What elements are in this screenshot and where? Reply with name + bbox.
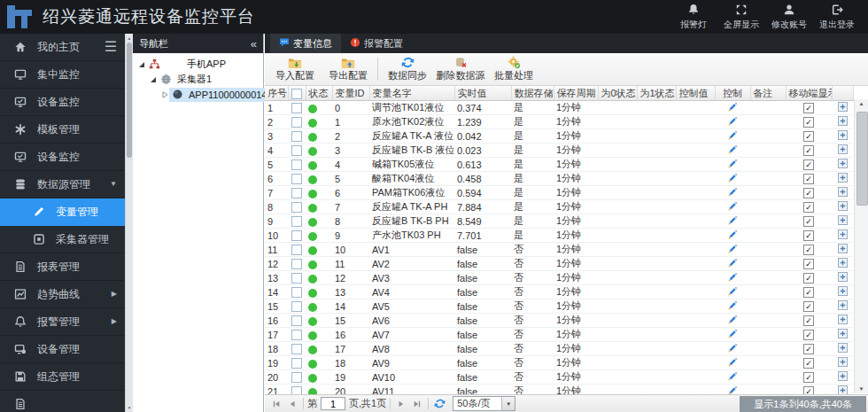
- row-checkbox[interactable]: [291, 188, 302, 198]
- column-header-12[interactable]: 备注: [750, 86, 786, 101]
- next-page-button[interactable]: [393, 397, 409, 411]
- edit-pencil-icon[interactable]: [727, 231, 738, 242]
- sidebar-item-device-mgmt[interactable]: 设备管理: [0, 336, 126, 363]
- row-checkbox[interactable]: [291, 344, 302, 354]
- toolbar-button-export-config[interactable]: 导出配置: [322, 54, 375, 84]
- table-row[interactable]: 1918AV9false否1分钟✓: [265, 356, 853, 370]
- row-checkbox[interactable]: [291, 287, 302, 298]
- row-checkbox[interactable]: [291, 358, 302, 369]
- detail-grid-icon[interactable]: [838, 103, 848, 113]
- mobile-display-checkbox[interactable]: ✓: [803, 273, 814, 284]
- mobile-display-checkbox[interactable]: ✓: [803, 259, 814, 269]
- mobile-display-checkbox[interactable]: ✓: [803, 216, 814, 227]
- column-header-9[interactable]: 为1状态: [637, 86, 676, 101]
- detail-grid-icon[interactable]: [838, 287, 848, 298]
- header-action-account[interactable]: 修改账号: [765, 4, 813, 31]
- last-page-button[interactable]: [409, 397, 425, 411]
- refresh-icon[interactable]: [431, 397, 447, 411]
- edit-pencil-icon[interactable]: [727, 359, 738, 369]
- table-row[interactable]: 1110AV1false否1分钟✓: [265, 243, 853, 257]
- row-checkbox[interactable]: [291, 386, 302, 394]
- detail-grid-icon[interactable]: [838, 188, 848, 198]
- sidebar-item-device-monitor[interactable]: 设备监控: [0, 89, 126, 116]
- edit-pencil-icon[interactable]: [727, 302, 738, 313]
- mobile-display-checkbox[interactable]: ✓: [803, 245, 814, 255]
- table-row[interactable]: 98反应罐B TK-B PH8.549是1分钟✓: [265, 214, 853, 229]
- toolbar-button-delete-source[interactable]: 删除数据源: [434, 54, 487, 84]
- mobile-display-checkbox[interactable]: ✓: [803, 315, 814, 326]
- table-row[interactable]: 43反应罐B TK-B 液位0.023是1分钟✓: [265, 144, 853, 158]
- column-header-8[interactable]: 为0状态: [598, 86, 637, 101]
- tree-node-phone-app[interactable]: 手机APP: [133, 57, 263, 72]
- column-header-10[interactable]: 控制值: [676, 86, 715, 101]
- page-number-input[interactable]: [321, 397, 345, 410]
- table-row[interactable]: 1413AV4false否1分钟✓: [265, 285, 853, 299]
- tab-alarm-config[interactable]: 报警配置: [341, 34, 412, 53]
- edit-pencil-icon[interactable]: [727, 288, 738, 299]
- table-row[interactable]: 109产水池TK03 PH7.701是1分钟✓: [265, 229, 853, 243]
- table-row[interactable]: 65酸箱TK04液位0.458是1分钟✓: [265, 172, 853, 186]
- sidebar-item-report-mgmt[interactable]: 报表管理: [0, 253, 126, 281]
- mobile-display-checkbox[interactable]: ✓: [803, 188, 814, 198]
- table-row[interactable]: 2120AV11false否1分钟✓: [265, 385, 853, 395]
- edit-pencil-icon[interactable]: [727, 373, 738, 384]
- column-header-2[interactable]: 状态: [306, 86, 332, 101]
- row-checkbox[interactable]: [291, 372, 302, 383]
- table-scroll-thumb[interactable]: [856, 112, 868, 206]
- toolbar-button-import-config[interactable]: 导入配置: [268, 54, 322, 84]
- table-row[interactable]: 21原水池TK02液位1.239是1分钟✓: [265, 115, 853, 129]
- table-row[interactable]: 10调节池TK01液位0.374是1分钟✓: [265, 101, 853, 115]
- column-header-13[interactable]: 移动端显示: [786, 86, 832, 101]
- edit-pencil-icon[interactable]: [727, 245, 738, 256]
- collapse-panel-button[interactable]: «: [251, 38, 257, 50]
- sidebar-item-device-monitor-2[interactable]: 设备监控: [0, 144, 126, 171]
- column-header-6[interactable]: 数据存储: [511, 86, 554, 101]
- column-header-11[interactable]: 控制: [715, 86, 750, 101]
- detail-grid-icon[interactable]: [838, 202, 848, 213]
- detail-grid-icon[interactable]: [838, 273, 848, 284]
- detail-grid-icon[interactable]: [838, 344, 848, 354]
- mobile-display-checkbox[interactable]: ✓: [803, 174, 814, 184]
- mobile-display-checkbox[interactable]: ✓: [803, 202, 814, 213]
- mobile-display-checkbox[interactable]: ✓: [803, 103, 814, 113]
- detail-grid-icon[interactable]: [838, 159, 848, 170]
- detail-grid-icon[interactable]: [838, 216, 848, 227]
- detail-grid-icon[interactable]: [838, 315, 848, 326]
- table-row[interactable]: 32反应罐A TK-A 液位0.042是1分钟✓: [265, 129, 853, 144]
- header-action-logout[interactable]: 退出登录: [813, 4, 861, 31]
- table-row[interactable]: 1615AV6false否1分钟✓: [265, 314, 853, 328]
- mobile-display-checkbox[interactable]: ✓: [803, 230, 814, 241]
- row-checkbox[interactable]: [291, 245, 302, 255]
- sidebar-item-datasource-mgmt[interactable]: 数据源管理▼: [0, 171, 126, 198]
- tree-expander-icon[interactable]: [136, 61, 146, 68]
- scroll-up-icon[interactable]: ▲: [855, 101, 868, 106]
- row-checkbox[interactable]: [291, 131, 302, 142]
- detail-grid-icon[interactable]: [838, 358, 848, 369]
- tree-expander-icon[interactable]: [148, 76, 158, 83]
- sidebar-item-trend-curve[interactable]: 趋势曲线▶: [0, 281, 126, 308]
- mobile-display-checkbox[interactable]: ✓: [803, 358, 814, 369]
- detail-grid-icon[interactable]: [838, 245, 848, 255]
- table-row[interactable]: 54碱箱TK05液位0.613是1分钟✓: [265, 158, 853, 172]
- tab-variable-info[interactable]: 变量信息: [270, 34, 341, 53]
- table-row[interactable]: 1514AV5false否1分钟✓: [265, 299, 853, 314]
- table-row[interactable]: 1716AV7false否1分钟✓: [265, 328, 853, 342]
- detail-grid-icon[interactable]: [838, 259, 848, 269]
- scroll-down-icon[interactable]: ▼: [855, 386, 868, 392]
- sidebar-item-partial[interactable]: [0, 391, 126, 412]
- header-action-fullscreen[interactable]: 全屏显示: [717, 4, 765, 31]
- edit-pencil-icon[interactable]: [727, 345, 738, 355]
- table-row[interactable]: 1211AV2false否1分钟✓: [265, 257, 853, 271]
- edit-pencil-icon[interactable]: [727, 203, 738, 214]
- detail-grid-icon[interactable]: [838, 174, 848, 184]
- column-header-1[interactable]: [288, 86, 306, 101]
- detail-grid-icon[interactable]: [838, 230, 848, 241]
- edit-pencil-icon[interactable]: [727, 118, 738, 128]
- edit-pencil-icon[interactable]: [727, 160, 738, 171]
- row-checkbox[interactable]: [291, 117, 302, 128]
- row-checkbox[interactable]: [291, 230, 302, 241]
- tree-node-app-node[interactable]: APP1100000001436: [133, 87, 263, 102]
- detail-grid-icon[interactable]: [838, 372, 848, 383]
- edit-pencil-icon[interactable]: [727, 132, 738, 143]
- page-size-select[interactable]: 50条/页 ▼: [453, 396, 515, 411]
